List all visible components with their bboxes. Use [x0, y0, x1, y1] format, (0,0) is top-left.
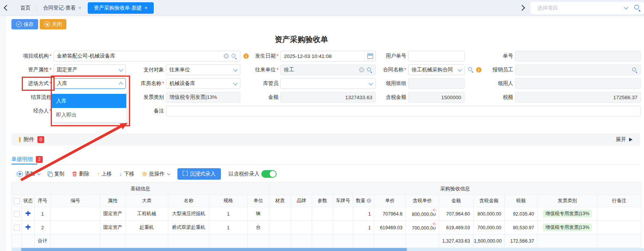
total-unit_price: [374, 235, 406, 248]
pay-target-select[interactable]: 往来单位: [166, 64, 240, 75]
amount-field: 1327433.63: [280, 92, 376, 103]
add-sub-row-icon[interactable]: [26, 211, 31, 216]
column-header-amount_incl: 含税金额: [473, 195, 505, 207]
expand-button[interactable]: 展开: [616, 136, 633, 143]
cell-amount_incl: 800,000.00: [473, 207, 505, 221]
cell-unit_price: 707964.6: [374, 207, 406, 221]
cell-sel: [12, 221, 22, 235]
tab-label: 资产采购验收单-新建: [94, 5, 142, 11]
close-tab-icon[interactable]: ×: [79, 5, 82, 10]
total-unit_price_incl: [406, 235, 439, 248]
total-attr: [100, 235, 126, 248]
tax-label: 税额: [471, 92, 513, 103]
tax-entry-toggle[interactable]: [261, 170, 277, 178]
invoice-type-chip: 增值税专用发票|13%: [543, 210, 592, 217]
search-icon[interactable]: [632, 67, 638, 73]
cell-material: [269, 207, 291, 221]
close-circle-icon: [44, 21, 50, 27]
warehouse-keeper-select[interactable]: [280, 78, 376, 89]
cell-amount: 619,469.03: [439, 221, 473, 235]
cell-unit: 台: [248, 221, 269, 235]
annotation-arrow: [11, 114, 137, 183]
clear-icon[interactable]: [359, 67, 364, 72]
date-label: 发生日期*: [246, 51, 279, 61]
calendar-box[interactable]: [364, 51, 373, 61]
back-chevron-icon[interactable]: [4, 5, 10, 11]
chevron-down-icon: [369, 81, 373, 85]
cell-row_remark: [597, 221, 641, 235]
column-group-header: 采购验收信息: [269, 183, 641, 195]
cell-spec: 1: [209, 207, 248, 221]
total-sel: [12, 235, 22, 248]
column-header-sel: [12, 195, 22, 207]
close-button[interactable]: 关闭: [40, 19, 66, 29]
batch-operations-button[interactable]: 批操作: [142, 171, 170, 177]
price-flag-icon: *: [431, 209, 436, 214]
total-code: [51, 235, 100, 248]
left-gutter: [0, 16, 6, 251]
project-select[interactable]: 选择项目: [530, 2, 644, 14]
horizontal-scrollbar-thumb[interactable]: [21, 248, 407, 251]
cell-unit_price_incl: 800,000.00*: [406, 207, 439, 221]
brackets-icon: [183, 171, 188, 177]
cell-plate_no: [333, 221, 353, 235]
close-tab-icon[interactable]: ×: [145, 5, 148, 10]
reimburse-emp-label: 报销员工: [471, 64, 513, 75]
column-header-unit: 单位: [248, 195, 269, 207]
warehouse-select[interactable]: 机械设备库: [166, 78, 240, 89]
total-row_remark: [597, 235, 641, 248]
search-icon[interactable]: [367, 67, 372, 73]
column-header-material: 材质: [269, 195, 291, 207]
cell-status: [22, 207, 35, 221]
search-icon[interactable]: [231, 53, 237, 59]
column-header-amount: 金额: [439, 195, 473, 207]
total-spec: [209, 235, 248, 248]
cell-spec: 1: [209, 221, 248, 235]
annotation-box-label: [22, 77, 55, 91]
recv-team-label: 领用班组: [380, 78, 406, 89]
cell-amount_incl: 700,000.00: [473, 221, 505, 235]
user-no-field[interactable]: [408, 51, 465, 61]
project-field[interactable]: 金桥装配公司-机械设备库: [53, 51, 240, 61]
immersive-entry-button[interactable]: 沉浸式录入: [177, 168, 221, 180]
counterparty-field[interactable]: 徐工: [280, 64, 376, 75]
check-circle-icon: [16, 21, 22, 27]
clear-icon[interactable]: [224, 53, 229, 59]
asset-purchase-acceptance-screen: 首页 合同登记-查看 × 资产采购验收单-新建 × 选择项目 保存 关闭 资: [0, 0, 644, 251]
row-checkbox[interactable]: [14, 225, 20, 231]
total-plate_no: [333, 235, 353, 248]
forward-chevron-icon[interactable]: [519, 5, 525, 11]
pay-target-label: 支付对象: [130, 64, 164, 75]
chevron-down-icon: [624, 5, 628, 9]
save-button[interactable]: 保存: [11, 19, 38, 29]
select-all-checkbox[interactable]: [14, 198, 20, 204]
tab-home[interactable]: 首页: [14, 2, 37, 14]
contract-select[interactable]: 徐工机械采购合同: [408, 64, 465, 75]
cell-tax: 92,035.40: [505, 207, 538, 221]
tax-field: 172566.37: [515, 92, 641, 103]
invoice-type-chip: 增值税专用发票|13%: [543, 224, 592, 231]
search-icon[interactable]: [634, 4, 641, 11]
tab-contract-register[interactable]: 合同登记-查看 ×: [37, 2, 87, 14]
column-header-tax: 税额: [505, 195, 538, 207]
doc-no-label: 单号: [471, 51, 513, 61]
date-field[interactable]: 2025-12-03 10:41:08: [280, 51, 376, 61]
tax-incl-amount-label: 含税金额: [380, 92, 406, 103]
total-name: [168, 235, 209, 248]
counterparty-label: 往来单位*: [246, 64, 279, 75]
table-row: 1固定资产工程机械大型液压挖掘机1辆1707964.6800,000.00*70…: [12, 207, 641, 221]
asset-attr-select[interactable]: 固定资产: [53, 64, 126, 75]
tab-asset-acceptance-new[interactable]: 资产采购验收单-新建 ×: [88, 2, 154, 14]
row-checkbox[interactable]: [14, 211, 20, 217]
recv-person-label: 领用人: [471, 78, 513, 89]
invoice-type-label: 发票类别: [130, 92, 164, 103]
cell-attr: 固定资产: [100, 207, 126, 221]
add-sub-row-icon[interactable]: [26, 225, 31, 230]
warehouse-keeper-label: 库管员: [246, 78, 279, 89]
column-header-unit_price: 单价: [374, 195, 406, 207]
user-no-label: 用户单号: [380, 51, 406, 61]
cell-unit: 辆: [248, 207, 269, 221]
total-unit: [248, 235, 269, 248]
tax-entry-label: 以含税价录入: [229, 171, 259, 177]
remark-field[interactable]: [166, 106, 641, 116]
